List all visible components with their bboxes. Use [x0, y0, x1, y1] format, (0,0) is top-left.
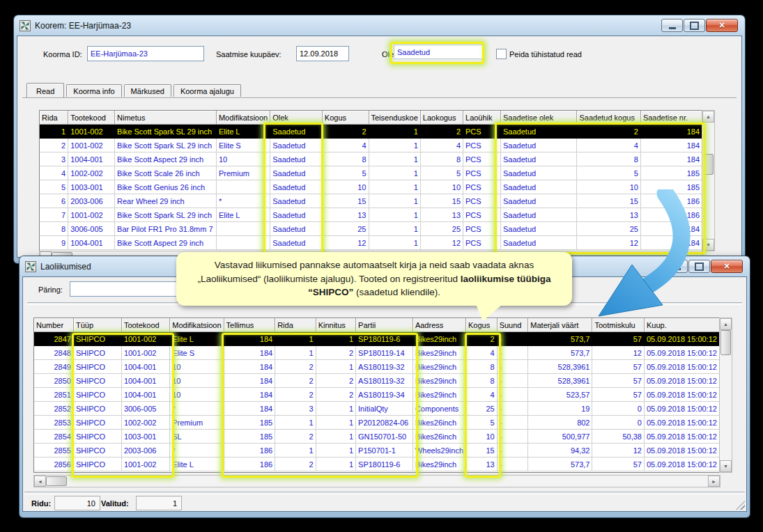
- tab-markused[interactable]: Märkused: [124, 84, 171, 97]
- table-cell: Saadetud: [270, 166, 323, 180]
- table-cell: 10: [170, 374, 224, 388]
- table-cell: 25: [420, 222, 463, 236]
- table-row[interactable]: 2847SHIPCO1001-002Elite L18411SP180119-6…: [34, 332, 720, 346]
- column-header[interactable]: Kuup.: [644, 318, 719, 332]
- olek-input[interactable]: Saadetud: [394, 45, 484, 59]
- column-header[interactable]: Kinnitus: [316, 318, 355, 332]
- minimize-button[interactable]: [661, 19, 683, 32]
- table-cell: 13: [322, 208, 369, 222]
- table-cell: 186: [640, 208, 702, 222]
- column-header[interactable]: Laoühik: [463, 111, 501, 125]
- table-cell: 1004-001: [121, 360, 169, 374]
- table-row[interactable]: 2853SHIPCO1002-002Premium18511P20120824-…: [34, 416, 720, 430]
- column-header[interactable]: Number: [34, 318, 73, 332]
- column-header[interactable]: Laokogus: [420, 111, 463, 125]
- scroll-down-icon[interactable]: ▼: [702, 239, 714, 251]
- column-header[interactable]: Saadetise nr.: [640, 111, 702, 125]
- resize-grip-icon[interactable]: [736, 501, 745, 510]
- table-cell: 2: [316, 388, 355, 402]
- table-cell: 1004-001: [68, 236, 115, 250]
- column-header[interactable]: Partii: [356, 318, 413, 332]
- table-row[interactable]: 41002-002Bike Scott Scale 26 inchPremium…: [40, 166, 702, 180]
- table-row[interactable]: 11001-002Bike Scott Spark SL 29 inchElit…: [40, 125, 702, 139]
- koorma-id-label: Koorma ID:: [43, 50, 82, 58]
- table-row[interactable]: 2856SHIPCO1001-002Elite L18621SP180119-6…: [34, 457, 720, 471]
- column-header[interactable]: Saadetise olek: [501, 111, 577, 125]
- table-row[interactable]: 71001-002Bike Scott Spark SL 29 inchElit…: [40, 208, 702, 222]
- table-cell: Bike Scott Aspect 29 inch: [115, 236, 217, 250]
- table2-horizontal-scrollbar[interactable]: ◄ ►: [33, 475, 720, 487]
- tab-read[interactable]: Read: [26, 83, 64, 97]
- column-header[interactable]: Tootekood: [121, 318, 169, 332]
- column-header[interactable]: Nimetus: [115, 111, 217, 125]
- column-header[interactable]: Tellimus: [224, 318, 275, 332]
- table1-vertical-scrollbar[interactable]: ▲ ▼: [702, 110, 715, 251]
- column-header[interactable]: Olek: [270, 111, 323, 125]
- table-row[interactable]: 2852SHIPCO3006-005*18431InitialQtyCompon…: [34, 402, 720, 416]
- scroll-right-icon[interactable]: ►: [708, 476, 720, 487]
- table-cell: SHIPCO: [73, 374, 121, 388]
- minimize-icon: [674, 268, 681, 270]
- column-header[interactable]: Aadress: [413, 318, 465, 332]
- table-row[interactable]: 2851SHIPCO1004-0011018422AS180119-34Bike…: [34, 388, 720, 402]
- table-cell: SHIPCO: [73, 346, 121, 360]
- table-cell: SP180119-14: [356, 346, 413, 360]
- tab-koorma-ajalugu[interactable]: Koorma ajalugu: [174, 84, 241, 97]
- column-header[interactable]: Tootekood: [68, 111, 115, 125]
- table-row[interactable]: 2848SHIPCO1001-002Elite S18412SP180119-1…: [34, 346, 720, 360]
- table-row[interactable]: 2850SHIPCO1004-0011018422AS180119-32Bike…: [34, 374, 720, 388]
- table-row[interactable]: 31004-001Bike Scott Aspect 29 inch10Saad…: [40, 152, 702, 166]
- table-row[interactable]: 62003-006Rear Wheel 29 inch*Saadetud1511…: [40, 194, 702, 208]
- table-cell: 12: [592, 444, 645, 457]
- koorem-titlebar[interactable]: Koorem: EE-Harjümaa-23 ✕: [17, 15, 742, 36]
- table-row[interactable]: 83006-005Bar Pilot FR1 Pro 31.8mm 7Saade…: [40, 222, 702, 236]
- column-header[interactable]: Tüüp: [73, 318, 121, 332]
- koorem-window: Koorem: EE-Harjümaa-23 ✕ Koorma ID: EE-H…: [14, 15, 745, 263]
- column-header[interactable]: Teisenduskoe: [369, 111, 420, 125]
- table-cell: 6: [40, 194, 68, 208]
- maximize-button[interactable]: [688, 260, 710, 273]
- table-row[interactable]: 2854SHIPCO1003-001SL18521GN150701-50Bike…: [34, 430, 720, 444]
- table-cell: Saadetud: [270, 236, 323, 250]
- table-cell: AS180119-32: [356, 374, 413, 388]
- table-cell: *: [170, 402, 224, 416]
- column-header[interactable]: Kogus: [322, 111, 369, 125]
- table-row[interactable]: 51003-001Bike Scott Genius 26 inchSaadet…: [40, 180, 702, 194]
- column-header[interactable]: Saadetud kogus: [577, 111, 640, 125]
- table-row[interactable]: 2849SHIPCO1004-0011018421AS180119-32Bike…: [34, 360, 720, 374]
- scroll-left-icon[interactable]: ◄: [34, 476, 46, 487]
- table2-vertical-scrollbar[interactable]: ▲ ▼: [719, 318, 732, 473]
- column-header[interactable]: Materjali väärt: [528, 318, 592, 332]
- saatmise-kuupaev-input[interactable]: 12.09.2018: [296, 46, 349, 61]
- column-header[interactable]: Rida: [40, 111, 68, 125]
- column-header[interactable]: Rida: [275, 318, 316, 332]
- tab-strip: Read Koorma info Märkused Koorma ajalugu: [26, 82, 243, 97]
- scroll-up-icon[interactable]: ▲: [720, 318, 732, 330]
- scrollbar-thumb[interactable]: [703, 154, 714, 175]
- table-cell: 10: [466, 430, 498, 444]
- scrollbar-thumb[interactable]: [46, 476, 67, 486]
- table-row[interactable]: 2855SHIPCO2003-006*18611P150701-1Wheels2…: [34, 444, 720, 457]
- column-header[interactable]: Modifikatsioon: [170, 318, 224, 332]
- table-cell: Premium: [170, 416, 224, 430]
- table-cell: 05.09.2018 15:00:12: [644, 430, 719, 444]
- koorma-id-input[interactable]: EE-Harjümaa-23: [87, 46, 204, 61]
- minimize-button[interactable]: [666, 260, 688, 273]
- close-button[interactable]: ✕: [706, 19, 738, 32]
- maximize-button[interactable]: [684, 19, 705, 32]
- column-header[interactable]: Tootmiskulu: [592, 318, 645, 332]
- table-cell: 10: [170, 360, 224, 374]
- scroll-up-icon[interactable]: ▲: [702, 111, 714, 123]
- tab-koorma-info[interactable]: Koorma info: [66, 84, 121, 97]
- table-row[interactable]: 91004-001Bike Scott Aspect 29 inchSaadet…: [40, 236, 702, 250]
- scrollbar-thumb[interactable]: [720, 330, 731, 355]
- scroll-down-icon[interactable]: ▼: [720, 460, 732, 472]
- close-button[interactable]: ✕: [711, 260, 743, 273]
- table-row[interactable]: 21001-002Bike Scott Spark SL 29 inchElit…: [40, 139, 702, 152]
- table-cell: SHIPCO: [73, 388, 121, 402]
- table-cell: PCS: [463, 208, 501, 222]
- column-header[interactable]: Modifikatsioon: [216, 111, 270, 125]
- table-cell: Saadetud: [501, 139, 577, 152]
- table-cell: 2: [275, 388, 316, 402]
- peida-tuhistatud-checkbox[interactable]: [496, 49, 507, 59]
